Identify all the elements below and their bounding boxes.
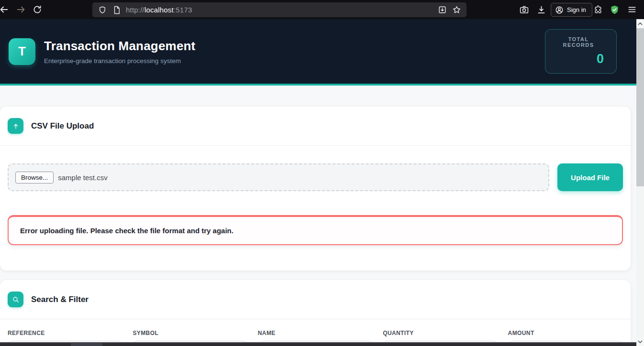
filter-label: AMOUNT: [508, 330, 623, 336]
app-header: T Transaction Management Enterprise-grad…: [0, 19, 636, 86]
total-records-value: 0: [553, 52, 604, 66]
menu-hamburger-icon[interactable]: [626, 4, 638, 15]
back-icon[interactable]: [0, 4, 10, 15]
upload-file-button[interactable]: Upload File: [557, 163, 623, 191]
url-host: localhost: [144, 6, 174, 14]
downloads-icon[interactable]: [535, 4, 547, 15]
filter-label: NAME: [258, 330, 373, 336]
selected-file-name: sample test.csv: [58, 173, 107, 182]
upload-error-message: Error uploading file. Please check the f…: [20, 227, 611, 235]
vertical-scrollbar[interactable]: [636, 19, 644, 346]
taskbar-edge: [0, 342, 636, 346]
filter-label: SYMBOL: [133, 330, 247, 336]
csv-upload-title: CSV File Upload: [31, 121, 94, 131]
bookmark-star-icon[interactable]: [451, 5, 462, 15]
url-bar[interactable]: http://localhost:5173: [92, 2, 466, 17]
adblock-shield-icon[interactable]: [609, 4, 620, 15]
search-filter-title: Search & Filter: [31, 295, 89, 304]
scroll-up-button[interactable]: [636, 19, 644, 28]
page-info-icon[interactable]: [111, 5, 122, 15]
filter-label: QUANTITY: [383, 330, 498, 336]
url-protocol: http://: [126, 6, 144, 14]
upload-error-alert: Error uploading file. Please check the f…: [8, 215, 623, 245]
csv-upload-header: CSV File Upload: [0, 107, 631, 146]
total-records-label: TOTAL RECORDS: [553, 36, 604, 48]
upload-arrow-icon: [8, 118, 23, 134]
app-logo-letter: T: [18, 44, 26, 59]
sign-in-button[interactable]: Sign in: [551, 3, 592, 17]
app-logo: T: [9, 38, 35, 65]
scroll-down-button[interactable]: [636, 337, 644, 346]
page-viewport: T Transaction Management Enterprise-grad…: [0, 19, 636, 346]
url-port: :5173: [174, 6, 192, 14]
search-filter-card: Search & Filter REFERENCE SYMBOL NAME QU…: [0, 280, 631, 346]
shield-permissions-icon[interactable]: [97, 5, 108, 15]
save-page-icon[interactable]: [437, 5, 447, 15]
screenshot-camera-icon[interactable]: [518, 4, 530, 15]
search-icon: [8, 292, 23, 307]
reload-icon[interactable]: [32, 4, 43, 15]
scrollbar-thumb[interactable]: [636, 28, 644, 186]
extensions-puzzle-icon[interactable]: [592, 4, 604, 15]
url-text: http://localhost:5173: [126, 6, 192, 14]
file-dropzone[interactable]: Browse... sample test.csv: [8, 163, 549, 191]
sign-in-label: Sign in: [567, 6, 586, 13]
browser-toolbar: http://localhost:5173 Sign in: [0, 0, 644, 19]
csv-upload-card: CSV File Upload Browse... sample test.cs…: [0, 107, 631, 270]
browse-button[interactable]: Browse...: [15, 172, 54, 184]
total-records-card: TOTAL RECORDS 0: [545, 29, 617, 74]
search-filter-header: Search & Filter: [0, 280, 631, 319]
page-subtitle: Enterprise-grade transaction processing …: [44, 57, 545, 65]
forward-icon[interactable]: [15, 4, 27, 15]
filter-label: REFERENCE: [8, 330, 122, 336]
page-title: Transaction Management: [44, 39, 545, 54]
taskbar-edge-highlight: [71, 343, 102, 346]
